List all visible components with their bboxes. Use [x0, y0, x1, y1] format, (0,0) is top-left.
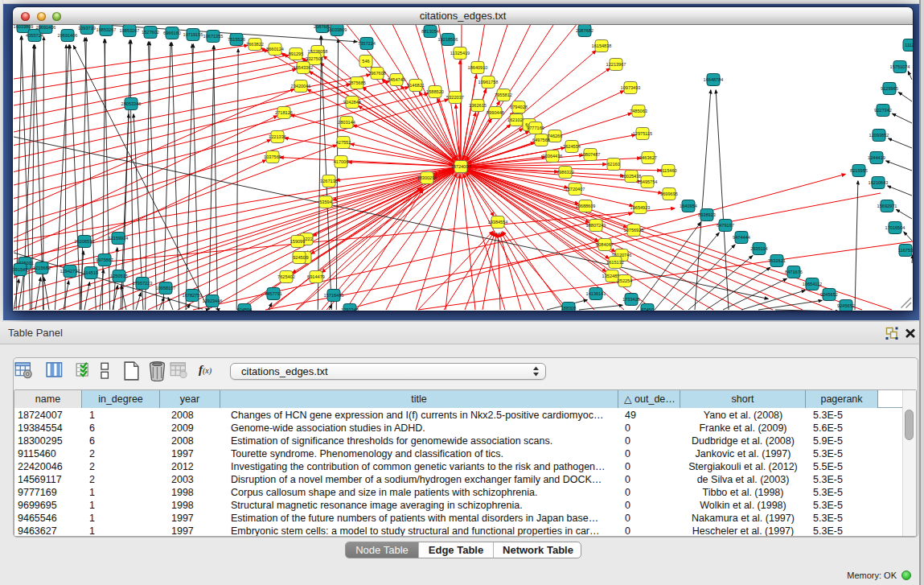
- svg-text:427552: 427552: [336, 140, 351, 145]
- svg-text:9227342: 9227342: [874, 108, 892, 113]
- svg-text:5322037: 5322037: [446, 95, 464, 100]
- svg-text:3875685: 3875685: [348, 80, 366, 85]
- svg-text:924504: 924504: [237, 307, 253, 311]
- svg-text:7955812: 7955812: [495, 93, 512, 97]
- svg-text:4055724: 4055724: [26, 33, 43, 38]
- svg-text:16543362: 16543362: [294, 65, 314, 70]
- svg-text:9474444: 9474444: [733, 235, 750, 240]
- svg-text:7663822: 7663822: [246, 42, 264, 47]
- svg-text:9084067: 9084067: [596, 242, 614, 247]
- svg-text:15692971: 15692971: [877, 204, 897, 208]
- svg-text:10853267: 10853267: [120, 28, 140, 33]
- svg-text:10025438: 10025438: [622, 174, 642, 179]
- svg-text:9129965: 9129965: [881, 86, 898, 91]
- svg-text:10719155: 10719155: [183, 32, 203, 37]
- svg-text:16782759: 16782759: [183, 293, 203, 298]
- svg-text:9327506: 9327506: [306, 56, 323, 61]
- svg-text:116753: 116753: [898, 248, 913, 253]
- svg-text:12923446: 12923446: [203, 299, 223, 303]
- svg-text:9463627: 9463627: [639, 155, 657, 160]
- svg-text:1640954: 1640954: [680, 204, 697, 208]
- svg-text:391549: 391549: [13, 267, 27, 272]
- svg-text:1292345: 1292345: [341, 307, 359, 311]
- svg-text:3267130: 3267130: [320, 179, 338, 183]
- svg-text:2967608: 2967608: [368, 71, 386, 76]
- svg-text:417006: 417006: [334, 159, 349, 164]
- svg-text:8454749: 8454749: [388, 77, 405, 82]
- svg-text:15495754: 15495754: [638, 179, 658, 184]
- svg-text:1588520: 1588520: [426, 89, 444, 94]
- svg-text:7986322: 7986322: [556, 170, 574, 175]
- svg-text:1221336: 1221336: [269, 134, 286, 139]
- svg-text:546: 546: [362, 59, 369, 64]
- svg-text:53594: 53594: [319, 200, 332, 204]
- svg-text:8215955: 8215955: [850, 168, 868, 173]
- svg-text:8938923: 8938923: [698, 212, 716, 217]
- svg-text:16033809: 16033809: [14, 25, 34, 29]
- svg-text:20691406: 20691406: [36, 25, 56, 30]
- svg-text:9699695: 9699695: [660, 192, 678, 196]
- svg-text:18300295: 18300295: [417, 175, 437, 180]
- svg-text:7515526: 7515526: [228, 37, 245, 42]
- svg-text:10961758: 10961758: [478, 80, 499, 84]
- svg-text:9457791: 9457791: [265, 291, 282, 296]
- svg-text:14136141: 14136141: [586, 291, 606, 296]
- svg-text:159099: 159099: [290, 239, 306, 244]
- svg-text:15716485: 15716485: [324, 293, 344, 298]
- svg-text:12975115: 12975115: [633, 131, 652, 136]
- svg-text:2935114: 2935114: [750, 246, 767, 251]
- svg-text:114519: 114519: [84, 270, 98, 275]
- svg-text:6914479: 6914479: [307, 274, 325, 279]
- svg-text:1093719: 1093719: [78, 26, 96, 31]
- svg-text:10671355: 10671355: [203, 34, 224, 39]
- svg-text:8813054: 8813054: [421, 29, 439, 34]
- svg-text:1112: 1112: [905, 43, 913, 47]
- svg-text:20364436: 20364436: [543, 154, 563, 159]
- svg-text:7357224: 7357224: [358, 41, 376, 46]
- svg-text:2718126: 2718126: [275, 110, 293, 115]
- svg-text:19218506: 19218506: [438, 37, 458, 42]
- svg-text:891295: 891295: [289, 51, 304, 56]
- svg-text:9146821: 9146821: [407, 83, 425, 88]
- svg-text:1733426: 1733426: [622, 297, 640, 302]
- svg-text:19384554: 19384554: [488, 220, 508, 225]
- svg-text:16033809: 16033809: [327, 27, 347, 32]
- svg-text:11325419: 11325419: [450, 51, 470, 56]
- svg-text:16210643: 16210643: [869, 180, 889, 185]
- svg-text:2087682: 2087682: [576, 28, 593, 33]
- svg-text:12159934: 12159934: [109, 236, 129, 241]
- svg-text:2803144: 2803144: [338, 120, 355, 125]
- svg-text:1244419: 1244419: [868, 155, 885, 160]
- svg-text:8990448: 8990448: [487, 110, 504, 115]
- svg-text:9245652: 9245652: [820, 292, 838, 297]
- svg-text:10756928: 10756928: [624, 228, 644, 233]
- svg-text:10807487: 10807487: [581, 152, 601, 157]
- svg-text:19654923: 19654923: [630, 205, 651, 210]
- svg-text:15751074: 15751074: [890, 64, 910, 69]
- svg-text:12213967: 12213967: [606, 62, 626, 67]
- svg-text:7625402: 7625402: [277, 274, 295, 279]
- svg-text:62160: 62160: [607, 162, 620, 167]
- svg-text:20206531: 20206531: [75, 239, 95, 244]
- svg-text:92450: 92450: [293, 255, 306, 260]
- svg-text:1615132: 1615132: [606, 260, 624, 265]
- svg-text:1250515: 1250515: [110, 274, 128, 278]
- svg-text:8471676: 8471676: [785, 270, 803, 274]
- svg-text:6479197: 6479197: [717, 223, 734, 228]
- svg-text:9777169: 9777169: [527, 126, 544, 130]
- svg-text:6497568: 6497568: [532, 138, 550, 142]
- svg-text:1362615: 1362615: [469, 103, 487, 108]
- svg-text:6794028: 6794028: [510, 105, 528, 109]
- svg-text:9242848: 9242848: [343, 100, 361, 105]
- svg-text:23420046: 23420046: [291, 84, 311, 89]
- svg-text:15720407: 15720407: [565, 187, 585, 192]
- svg-text:1037569: 1037569: [264, 154, 281, 159]
- svg-text:18640910: 18640910: [468, 65, 488, 70]
- svg-text:7485063: 7485063: [630, 109, 647, 113]
- svg-text:17016504: 17016504: [885, 225, 906, 230]
- svg-text:18807249: 18807249: [586, 223, 606, 228]
- svg-text:20691406: 20691406: [58, 33, 78, 38]
- svg-text:9115460: 9115460: [659, 168, 676, 173]
- svg-text:10958107: 10958107: [156, 286, 176, 290]
- svg-text:10853267: 10853267: [97, 27, 117, 32]
